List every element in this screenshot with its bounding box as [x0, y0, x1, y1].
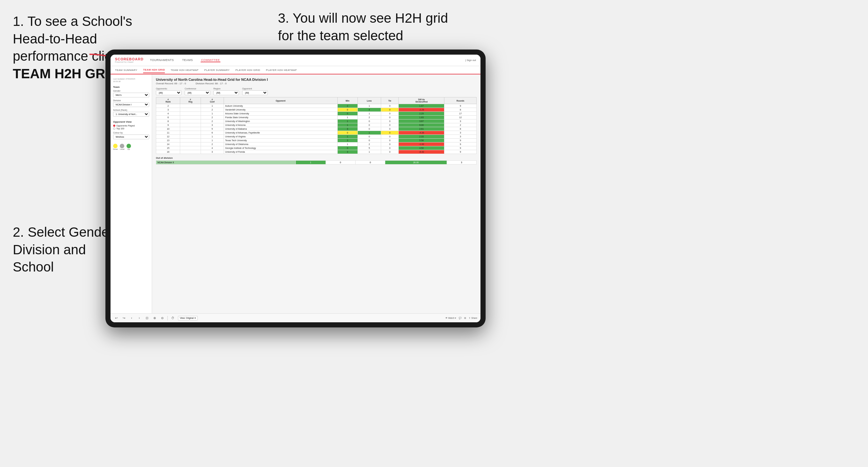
out-diff: 26.00 [385, 161, 446, 164]
subnav-player-summary[interactable]: PLAYER SUMMARY [204, 67, 230, 73]
cell-opponent: Texas Tech University [224, 138, 337, 143]
cell-win: 1 [337, 116, 358, 120]
subnav-team-h2h-grid[interactable]: TEAM H2H GRID [143, 67, 165, 73]
division-record-value: 88 - 17 - 0 [215, 82, 226, 85]
color-swatches: Down Level Up [113, 144, 149, 150]
out-row: NCAA Division II 1 0 0 26.00 3 [156, 161, 477, 164]
sidebar-gender-select[interactable]: Men's [113, 93, 149, 97]
layout-button[interactable]: ⊞ [464, 317, 466, 319]
legend-level-label: Level [120, 148, 124, 150]
cell-tie: 0 [381, 108, 398, 112]
h2h-table: #Rank #Reg #Conf Opponent Win Loss Tie D… [156, 97, 477, 154]
logo-sub: Powered by clippd [115, 61, 144, 63]
cell-rounds: 2 [444, 123, 477, 127]
filter-region-select[interactable]: (All) [213, 90, 239, 95]
cell-rank: 14 [156, 143, 180, 146]
cell-diff: 5.56 [399, 138, 444, 143]
cell-conf: 5 [200, 127, 224, 131]
filter-opponent-label: Opponent [242, 88, 268, 90]
cell-opponent: University of Alabama [224, 127, 337, 131]
cell-reg [180, 120, 200, 123]
cell-tie: 0 [381, 138, 398, 143]
comment-icon: 💬 [459, 317, 462, 319]
zoom-in-button[interactable]: ⊕ [152, 316, 157, 320]
filter-opponent: Opponent (All) [242, 88, 268, 95]
share-button[interactable]: ⇪ Share [469, 317, 477, 319]
subnav-player-h2h-heatmap[interactable]: PLAYER H2H HEATMAP [266, 67, 297, 73]
cell-win: 0 [337, 131, 358, 135]
cell-conf: 4 [200, 146, 224, 150]
cell-opponent: Georgia Institute of Technology [224, 146, 337, 150]
zoom-out-button[interactable]: ⊖ [160, 316, 165, 320]
sign-out-button[interactable]: | Sign out [465, 59, 476, 62]
tablet-screen: SCOREBOARD Powered by clippd TOURNAMENTS… [111, 55, 480, 322]
sidebar-colour-by-label: Colour by [113, 132, 149, 134]
cell-loss: 0 [358, 120, 381, 123]
division-record: Division Record: 88 - 17 - 0 [195, 82, 226, 85]
undo-button[interactable]: ↩ [114, 316, 119, 320]
radio-dot-top100 [113, 127, 115, 130]
view-original-button[interactable]: View: Original ▾ [178, 316, 198, 320]
subnav-player-h2h-grid[interactable]: PLAYER H2H GRID [236, 67, 260, 73]
sidebar-school-select[interactable]: 1. University of Nort... [113, 112, 149, 117]
cell-rank: 8 [156, 120, 180, 123]
nav-tournaments[interactable]: TOURNAMENTS [149, 58, 175, 62]
sidebar: Last Updated: 27/03/2024 16:55:38 Team G… [111, 74, 152, 313]
comment-button[interactable]: 💬 [459, 317, 462, 319]
cell-loss: 1 [358, 112, 381, 116]
overall-record-value: 89 - 17 - 0 [175, 82, 186, 85]
table-row: 12 1 University of Virginia 1 0 0 2.33 3 [156, 135, 477, 138]
logo-text: SCOREBOARD [115, 57, 144, 61]
subnav-team-h2h-heatmap[interactable]: TEAM H2H HEATMAP [170, 67, 198, 73]
sidebar-radio-top100[interactable]: Top 100 [113, 127, 149, 130]
watch-button[interactable]: 👁 Watch ▾ [445, 317, 457, 319]
cell-rank: 12 [156, 135, 180, 138]
grid-title: University of North Carolina Head-to-Hea… [156, 77, 477, 82]
cell-diff: 3.67 [399, 120, 444, 123]
nav-teams[interactable]: TEAMS [182, 58, 194, 62]
overall-record: Overall Record: 89 - 17 - 0 [156, 82, 186, 85]
col-conf: #Conf [200, 97, 224, 104]
out-of-division: Out of division NCAA Division II 1 0 0 2… [156, 157, 477, 164]
tablet-device: SCOREBOARD Powered by clippd TOURNAMENTS… [105, 50, 486, 328]
redo-button[interactable]: ↪ [121, 316, 126, 320]
table-row: 14 2 University of Oklahoma 1 2 0 -1.00 … [156, 143, 477, 146]
sidebar-colour-by-select[interactable]: Win/loss [113, 134, 149, 139]
zoom-fit-button[interactable]: ⊡ [145, 316, 150, 320]
cell-win: 0 [337, 146, 358, 150]
annotation-3: 3. You will now see H2H grid for the tea… [278, 9, 457, 44]
table-row: 9 3 University of Arizona 1 0 0 9.00 2 [156, 123, 477, 127]
share-label: Share [471, 317, 477, 319]
col-win: Win [337, 97, 358, 104]
sidebar-timestamp: Last Updated: 27/03/2024 16:55:38 [113, 77, 149, 83]
cell-tie: 0 [381, 127, 398, 131]
nav-bar: SCOREBOARD Powered by clippd TOURNAMENTS… [111, 55, 480, 66]
sidebar-division-select[interactable]: NCAA Division I [113, 102, 149, 107]
out-loss: 0 [326, 161, 355, 164]
subnav-team-summary[interactable]: TEAM SUMMARY [115, 67, 137, 73]
cell-diff: 2.29 [399, 112, 444, 116]
cell-tie: 0 [381, 116, 398, 120]
cell-opponent: Florida State University [224, 116, 337, 120]
cell-diff: 2.61 [399, 127, 444, 131]
cell-win: 1 [337, 135, 358, 138]
filter-opponents-select[interactable]: (All) [156, 90, 182, 95]
filter-opponents: Opponents: (All) [156, 88, 182, 95]
cell-rounds: 12 [444, 116, 477, 120]
table-row: 15 4 Georgia Institute of Technology 0 5… [156, 146, 477, 150]
clock-button[interactable]: ⏱ [170, 316, 176, 320]
cell-tie: 0 [381, 112, 398, 116]
cell-conf: 2 [200, 116, 224, 120]
cell-diff: -4.33 [399, 131, 444, 135]
back-button[interactable]: ‹ [129, 316, 134, 320]
forward-button[interactable]: › [137, 316, 142, 320]
sidebar-radio-opponents-played[interactable]: Opponents Played [113, 125, 149, 127]
filter-conference-select[interactable]: (All) [185, 90, 210, 95]
cell-rounds: 9 [444, 138, 477, 143]
nav-committee[interactable]: COMMITTEE [200, 58, 221, 62]
watch-chevron-icon: ▾ [455, 317, 456, 319]
cell-reg [180, 104, 200, 108]
table-row: 6 2 Florida State University 1 2 0 1.83 … [156, 116, 477, 120]
cell-opponent: University of Florida [224, 150, 337, 154]
filter-opponent-select[interactable]: (All) [242, 90, 268, 95]
